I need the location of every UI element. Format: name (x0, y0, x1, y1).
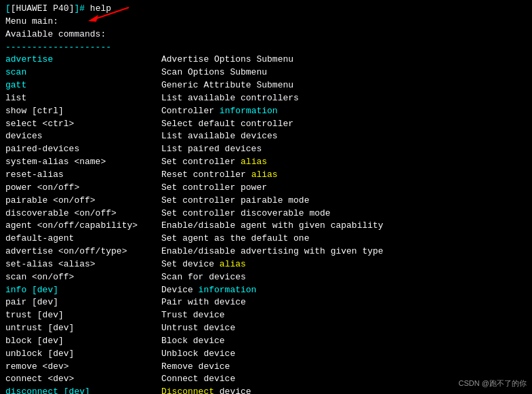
cmd-pairable: pairable <on/off> (5, 195, 161, 208)
table-row: devices List available devices (5, 130, 527, 143)
prompt-bracket-open: [ (5, 3, 11, 16)
desc-devices: List available devices (161, 130, 278, 143)
cmd-connect: connect <dev> (5, 373, 161, 386)
cmd-advertise-type: advertise <on/off/type> (5, 245, 161, 258)
desc-connect: Connect device (161, 373, 235, 386)
table-row: unblock [dev] Unblock device (5, 348, 527, 361)
cmd-pair: pair [dev] (5, 296, 161, 309)
desc-agent: Enable/disable agent with given capabili… (161, 220, 384, 233)
table-row: trust [dev] Trust device (5, 309, 527, 322)
cmd-advertise: advertise (5, 54, 161, 66)
desc-paired-devices: List paired devices (161, 143, 262, 156)
menu-main-line: Menu main: (5, 16, 527, 28)
desc-system-alias-highlight: alias (241, 156, 267, 169)
table-row: connect <dev> Connect device (5, 373, 527, 386)
desc-set-alias-prefix: Set device (161, 258, 220, 271)
prompt-hash: # (79, 3, 85, 16)
cmd-list: list (5, 92, 161, 105)
desc-unblock: Unblock device (161, 348, 235, 361)
table-row: list List available controllers (5, 92, 527, 105)
desc-discoverable: Set controller discoverable mode (161, 208, 331, 220)
table-row: discoverable <on/off> Set controller dis… (5, 208, 527, 220)
table-row: system-alias <name> Set controller alias (5, 156, 527, 169)
available-commands-line: Available commands: (5, 28, 527, 41)
prompt-device: [HUAWEI P40] (11, 3, 75, 16)
cmd-text: help (85, 3, 111, 16)
desc-info-highlight: information (199, 284, 257, 297)
cmd-block: block [dev] (5, 335, 161, 348)
desc-info-prefix: Device (161, 284, 199, 297)
desc-disconnect-highlight: Disconnect (161, 386, 214, 394)
separator: -------------------- (5, 41, 111, 54)
cmd-devices: devices (5, 130, 161, 143)
table-row: select <ctrl> Select default controller (5, 118, 527, 131)
table-row: agent <on/off/capability> Enable/disable… (5, 220, 527, 233)
table-row: default-agent Set agent as the default o… (5, 233, 527, 245)
table-row: info [dev] Device information (5, 284, 527, 297)
table-row: power <on/off> Set controller power (5, 182, 527, 195)
table-row: reset-alias Reset controller alias (5, 169, 527, 182)
table-row: set-alias <alias> Set device alias (5, 258, 527, 271)
desc-show-prefix: Controller (161, 105, 220, 118)
cmd-remove: remove <dev> (5, 361, 161, 374)
desc-show-highlight: information (220, 105, 278, 118)
table-row: scan <on/off> Scan for devices (5, 271, 527, 284)
cmd-untrust: untrust [dev] (5, 322, 161, 335)
cmd-system-alias: system-alias <name> (5, 156, 161, 169)
table-row: show [ctrl] Controller information (5, 105, 527, 118)
cmd-trust: trust [dev] (5, 309, 161, 322)
separator-line: -------------------- (5, 41, 527, 54)
desc-scan-onoff: Scan for devices (161, 271, 246, 284)
table-row: pair [dev] Pair with device (5, 296, 527, 309)
menu-main-text: Menu main: (5, 16, 58, 28)
prompt-bracket-close: ] (74, 3, 79, 16)
desc-disconnect-suffix: device (214, 386, 251, 394)
terminal: [[HUAWEI P40]]# help Menu main: Availabl… (0, 0, 532, 394)
cmd-disconnect: disconnect [dev] (5, 386, 161, 394)
desc-system-alias-prefix: Set controller (161, 156, 241, 169)
table-row: gatt Generic Attribute Submenu (5, 79, 527, 92)
table-row: advertise Advertise Options Submenu (5, 54, 527, 66)
cmd-select: select <ctrl> (5, 118, 161, 131)
desc-pair: Pair with device (161, 296, 246, 309)
table-row: scan Scan Options Submenu (5, 66, 527, 79)
cmd-reset-alias: reset-alias (5, 169, 161, 182)
cmd-discoverable: discoverable <on/off> (5, 208, 161, 220)
desc-power: Set controller power (161, 182, 267, 195)
desc-untrust: Untrust device (161, 322, 235, 335)
desc-list: List available controllers (161, 92, 299, 105)
desc-set-alias-highlight: alias (220, 258, 246, 271)
available-text: Available commands: (5, 28, 106, 41)
desc-reset-alias-prefix: Reset controller (161, 169, 251, 182)
cmd-scan: scan (5, 66, 161, 79)
cmd-power: power <on/off> (5, 182, 161, 195)
cmd-unblock: unblock [dev] (5, 348, 161, 361)
desc-reset-alias-highlight: alias (251, 169, 278, 182)
cmd-info: info [dev] (5, 284, 161, 297)
table-row: pairable <on/off> Set controller pairabl… (5, 195, 527, 208)
table-row: untrust [dev] Untrust device (5, 322, 527, 335)
prompt-line-1: [[HUAWEI P40]]# help (5, 3, 527, 16)
cmd-show: show [ctrl] (5, 105, 161, 118)
watermark: CSDN @跑不了的你 (459, 378, 527, 389)
desc-gatt: Generic Attribute Submenu (161, 79, 293, 92)
desc-advertise-type: Enable/disable advertising with given ty… (161, 245, 384, 258)
desc-select: Select default controller (161, 118, 293, 131)
desc-default-agent: Set agent as the default one (161, 233, 309, 245)
table-row: remove <dev> Remove device (5, 361, 527, 374)
cmd-default-agent: default-agent (5, 233, 161, 245)
cmd-set-alias: set-alias <alias> (5, 258, 161, 271)
desc-block: Block device (161, 335, 225, 348)
cmd-gatt: gatt (5, 79, 161, 92)
table-row: paired-devices List paired devices (5, 143, 527, 156)
desc-trust: Trust device (161, 309, 225, 322)
desc-advertise: Advertise Options Submenu (161, 54, 293, 66)
table-row: block [dev] Block device (5, 335, 527, 348)
table-row: disconnect [dev] Disconnect device (5, 386, 527, 394)
cmd-paired-devices: paired-devices (5, 143, 161, 156)
desc-scan: Scan Options Submenu (161, 66, 267, 79)
table-row: advertise <on/off/type> Enable/disable a… (5, 245, 527, 258)
cmd-scan-onoff: scan <on/off> (5, 271, 161, 284)
desc-remove: Remove device (161, 361, 230, 374)
desc-pairable: Set controller pairable mode (161, 195, 309, 208)
